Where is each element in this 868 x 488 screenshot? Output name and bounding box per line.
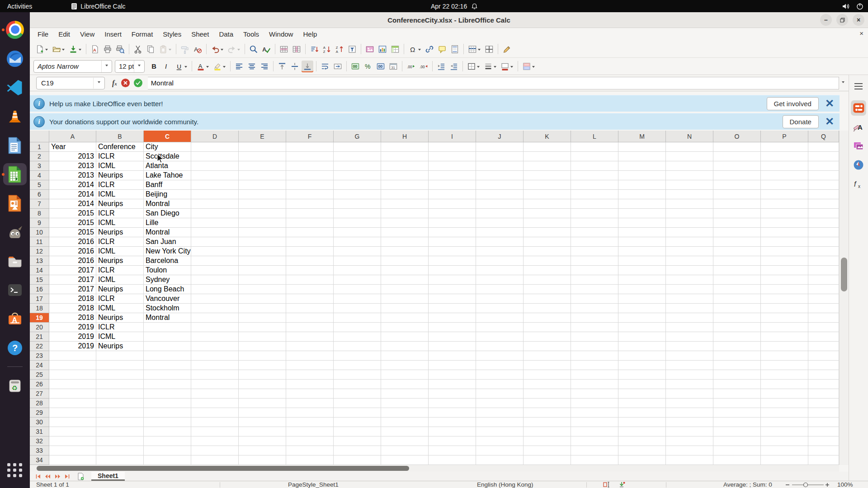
cell-K6[interactable] <box>524 190 571 199</box>
cell-N30[interactable] <box>666 418 713 427</box>
border-color-dropdown[interactable] <box>510 66 513 69</box>
cancel-icon[interactable] <box>121 79 130 87</box>
cell-J28[interactable] <box>476 399 524 408</box>
cell-C4[interactable]: Lake Tahoe <box>144 171 191 180</box>
cell-Q5[interactable] <box>808 180 839 190</box>
cell-K12[interactable] <box>524 247 571 256</box>
cell-C5[interactable]: Banff <box>144 180 191 190</box>
cell-O8[interactable] <box>713 209 761 218</box>
cell-C14[interactable]: Toulon <box>144 266 191 275</box>
cell-D7[interactable] <box>191 199 239 209</box>
cell-I1[interactable] <box>429 142 476 152</box>
cell-C16[interactable]: Long Beach <box>144 285 191 294</box>
cell-C8[interactable]: San Diego <box>144 209 191 218</box>
cell-C19[interactable]: Montral <box>144 313 191 323</box>
cell-N29[interactable] <box>666 408 713 418</box>
cell-Q15[interactable] <box>808 275 839 285</box>
cell-G17[interactable] <box>334 294 381 304</box>
column-header-P[interactable]: P <box>761 131 808 142</box>
cell-C3[interactable]: Atlanta <box>144 161 191 171</box>
column-header-Q[interactable]: Q <box>808 131 839 142</box>
cell-Q18[interactable] <box>808 304 839 313</box>
bold-button[interactable]: B <box>148 61 160 72</box>
cell-L30[interactable] <box>571 418 618 427</box>
cell-H19[interactable] <box>381 313 429 323</box>
cell-M15[interactable] <box>618 275 666 285</box>
cell-M14[interactable] <box>618 266 666 275</box>
cell-B27[interactable] <box>96 389 144 399</box>
cell-M5[interactable] <box>618 180 666 190</box>
cell-F4[interactable] <box>286 171 334 180</box>
row-header-15[interactable]: 15 <box>30 275 49 285</box>
open-dropdown[interactable] <box>62 49 65 52</box>
row-header-5[interactable]: 5 <box>30 180 49 190</box>
highlight-color-dropdown[interactable] <box>223 66 226 69</box>
cell-G21[interactable] <box>334 332 381 342</box>
conditional-formatting-dropdown[interactable] <box>532 66 535 69</box>
cell-H32[interactable] <box>381 436 429 446</box>
cell-D18[interactable] <box>191 304 239 313</box>
cell-A29[interactable] <box>49 408 96 418</box>
row-header-22[interactable]: 22 <box>30 342 49 351</box>
cell-B19[interactable]: Neurips <box>96 313 144 323</box>
cell-E26[interactable] <box>239 380 286 389</box>
cell-L14[interactable] <box>571 266 618 275</box>
cell-H23[interactable] <box>381 351 429 361</box>
cell-N20[interactable] <box>666 323 713 332</box>
cell-N27[interactable] <box>666 389 713 399</box>
infobar-close-icon[interactable]: ✕ <box>825 99 834 108</box>
cell-I13[interactable] <box>429 256 476 266</box>
cell-Q2[interactable] <box>808 152 839 161</box>
menu-help[interactable]: Help <box>298 29 322 39</box>
cell-P21[interactable] <box>761 332 808 342</box>
cell-G28[interactable] <box>334 399 381 408</box>
cell-K16[interactable] <box>524 285 571 294</box>
cell-F9[interactable] <box>286 218 334 228</box>
border-style-button[interactable] <box>482 61 498 72</box>
cell-O6[interactable] <box>713 190 761 199</box>
cell-J33[interactable] <box>476 446 524 455</box>
cell-P1[interactable] <box>761 142 808 152</box>
cell-G2[interactable] <box>334 152 381 161</box>
cell-O20[interactable] <box>713 323 761 332</box>
cell-N3[interactable] <box>666 161 713 171</box>
cell-I12[interactable] <box>429 247 476 256</box>
cell-I24[interactable] <box>429 361 476 370</box>
cell-H22[interactable] <box>381 342 429 351</box>
cell-M13[interactable] <box>618 256 666 266</box>
cell-L20[interactable] <box>571 323 618 332</box>
undo-dropdown[interactable] <box>221 49 223 52</box>
cell-B7[interactable]: Neurips <box>96 199 144 209</box>
previous-sheet-icon[interactable] <box>44 474 51 479</box>
cell-J4[interactable] <box>476 171 524 180</box>
cell-F1[interactable] <box>286 142 334 152</box>
cell-O31[interactable] <box>713 427 761 436</box>
cell-I3[interactable] <box>429 161 476 171</box>
cell-K32[interactable] <box>524 436 571 446</box>
row-header-31[interactable]: 31 <box>30 427 49 436</box>
cell-D16[interactable] <box>191 285 239 294</box>
add-sheet-icon[interactable] <box>77 473 84 480</box>
row-header-11[interactable]: 11 <box>30 237 49 247</box>
cell-I10[interactable] <box>429 228 476 237</box>
column-header-J[interactable]: J <box>476 131 524 142</box>
sheet-tab-sheet1[interactable]: Sheet1 <box>91 472 125 481</box>
cell-D19[interactable] <box>191 313 239 323</box>
dock-item-vlc[interactable] <box>3 105 27 127</box>
cell-I6[interactable] <box>429 190 476 199</box>
cell-Q13[interactable] <box>808 256 839 266</box>
cell-F21[interactable] <box>286 332 334 342</box>
cell-F5[interactable] <box>286 180 334 190</box>
dock-item-chrome[interactable] <box>3 19 27 41</box>
cell-F17[interactable] <box>286 294 334 304</box>
align-top-button[interactable] <box>276 61 288 72</box>
cell-J3[interactable] <box>476 161 524 171</box>
comment-button[interactable] <box>436 43 448 55</box>
cell-D26[interactable] <box>191 380 239 389</box>
row-header-6[interactable]: 6 <box>30 190 49 199</box>
cell-L16[interactable] <box>571 285 618 294</box>
cell-O14[interactable] <box>713 266 761 275</box>
cell-B12[interactable]: ICML <box>96 247 144 256</box>
cell-I19[interactable] <box>429 313 476 323</box>
cell-L33[interactable] <box>571 446 618 455</box>
